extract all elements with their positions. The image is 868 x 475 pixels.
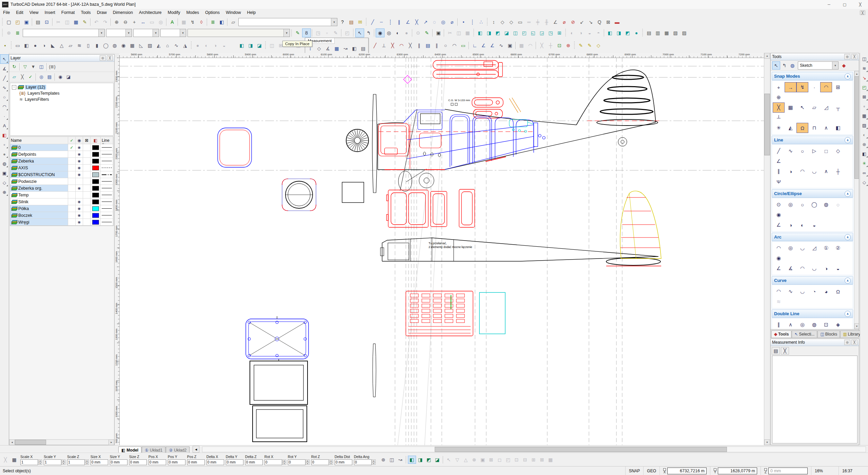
size-y-input[interactable]: 0 mm	[110, 459, 127, 465]
visibility-eye-icon[interactable]: ◉	[76, 171, 83, 178]
arc-triple-point[interactable]: ◠	[796, 263, 808, 273]
group-create[interactable]: ◳	[314, 28, 322, 37]
layer-row[interactable]: Temp	[10, 192, 113, 198]
tool-spline[interactable]: ∿	[0, 83, 9, 92]
layer-window[interactable]: ◫	[37, 63, 45, 71]
tp-select[interactable]: ↖	[772, 61, 780, 70]
lock-cell[interactable]	[83, 144, 91, 151]
active-check[interactable]	[68, 185, 76, 191]
visibility-eye-icon[interactable]	[76, 192, 83, 198]
bool-subtract[interactable]: ◐	[202, 41, 211, 50]
dim-quick[interactable]: Q	[595, 18, 604, 26]
select-tool[interactable]: ↖	[355, 28, 364, 37]
snap-nearest[interactable]: ↯	[796, 82, 808, 92]
column-header[interactable]: Name	[10, 137, 68, 144]
menu-tools[interactable]: Tools	[78, 10, 94, 16]
cut[interactable]: ✂	[54, 18, 63, 26]
spinner[interactable]: ▲▼	[329, 459, 333, 465]
view-left[interactable]: ◫	[511, 28, 520, 37]
mod-tag[interactable]: ▣	[506, 41, 514, 50]
circle-double-point[interactable]: ○	[796, 200, 808, 210]
tool-extrude[interactable]: ◍	[0, 159, 9, 168]
curve-spiral-in[interactable]: ◔	[808, 286, 820, 297]
pyramid-3d[interactable]: △	[57, 41, 66, 50]
layer-row[interactable]: Zeberka org.◉	[10, 185, 113, 192]
mod-corner-trim[interactable]: ╳	[388, 41, 397, 50]
insp-box[interactable]: ◻	[496, 456, 504, 464]
render-settings[interactable]: ●	[632, 28, 641, 37]
snap-vertical-up[interactable]: ┬	[832, 102, 844, 113]
layer-color-swatch[interactable]	[91, 192, 101, 198]
render-hidden-line[interactable]: ◎	[384, 28, 393, 37]
arc-tangent[interactable]: ◿	[808, 243, 820, 253]
polyline-3d[interactable]: ⌂	[163, 41, 172, 50]
line-bisector[interactable]: ∧	[820, 166, 832, 176]
revolve-3d[interactable]: ◯	[101, 41, 110, 50]
layer-row[interactable]: Podwozie	[10, 178, 113, 185]
active-check[interactable]	[68, 178, 76, 185]
menu-window[interactable]: Window	[223, 10, 244, 16]
lock-cell[interactable]	[83, 212, 91, 218]
active-check[interactable]	[68, 219, 76, 225]
menu-modify[interactable]: Modify	[165, 10, 183, 16]
dline-segment[interactable]: ∥	[773, 320, 785, 329]
dline-polygon-center[interactable]: ◎	[796, 320, 808, 329]
render-quality[interactable]: ●	[402, 28, 411, 37]
view-right[interactable]: ◰	[520, 28, 529, 37]
scale-y-input[interactable]: 1	[44, 459, 61, 465]
active-check[interactable]	[68, 212, 76, 218]
rt-material[interactable]: ◐	[860, 130, 868, 139]
arc-fit[interactable]: ◉	[773, 253, 785, 263]
zoom-in[interactable]: ⊕	[112, 18, 121, 26]
mod-offset[interactable]: ∥	[415, 41, 423, 50]
snap-arc-center[interactable]: ◠	[820, 82, 832, 92]
coordinate-x[interactable]: X 6732,7216 m	[659, 467, 710, 475]
tp-eraser[interactable]: ◆	[840, 61, 848, 70]
mod-intersect[interactable]: ╳	[406, 41, 415, 50]
insp-rotate[interactable]: ⊗	[470, 456, 478, 464]
mod-bevel[interactable]: ∠	[488, 41, 497, 50]
facet-edit[interactable]: ◪	[255, 41, 264, 50]
arc-fixed-ratio[interactable]: ◒	[832, 263, 844, 273]
line-style-preview[interactable]	[101, 178, 113, 185]
measure-volume[interactable]: ◧	[350, 44, 359, 53]
facet-add[interactable]: ◧	[237, 41, 246, 50]
snap-tangent[interactable]: ◿	[820, 102, 832, 113]
zoom-selection[interactable]: ⊙	[414, 28, 422, 37]
render-wireframe[interactable]: ◉	[376, 28, 384, 37]
pin-icon[interactable]: ◎	[100, 55, 106, 61]
visibility-eye-icon[interactable]: ◉	[76, 165, 83, 171]
mod-clip[interactable]: ⊡	[555, 41, 564, 50]
layer-properties[interactable]: ▤	[45, 73, 54, 81]
mode-dropdown[interactable]: Sketch ▾	[798, 61, 839, 70]
view-iso-nw[interactable]: ◨	[485, 28, 493, 37]
mod-double[interactable]: ∥	[432, 41, 441, 50]
dim-ordinate[interactable]: ▭	[516, 18, 525, 26]
snap-ortho[interactable]: ✳	[773, 123, 785, 133]
render-draft[interactable]: ◐	[393, 28, 402, 37]
mod-arc-edit[interactable]: ◠	[450, 41, 459, 50]
menu-edit[interactable]: Edit	[13, 10, 26, 16]
snap-bisector[interactable]: ∧	[820, 123, 832, 133]
dline-rotated-rect[interactable]: ◈	[832, 320, 844, 329]
arc-2-1-3[interactable]: ②	[832, 243, 844, 253]
line-style-preview[interactable]	[101, 165, 113, 171]
prism-3d[interactable]: ▯	[84, 41, 93, 50]
layer-select-by[interactable]: ◎	[37, 73, 45, 81]
arc-tangent-point[interactable]: ∡	[785, 263, 796, 273]
tp-globe[interactable]: ◍	[788, 61, 796, 70]
extrude-3d[interactable]: ◍	[110, 41, 119, 50]
view-top[interactable]: ◩	[493, 28, 502, 37]
visibility-eye-icon[interactable]: ◉	[76, 212, 83, 218]
curve-spiral-out[interactable]: ◕	[820, 286, 832, 297]
line-style-preview[interactable]	[101, 219, 113, 225]
insp-delete[interactable]: ⊠	[487, 456, 495, 464]
snap-midpoint[interactable]: ∙	[808, 82, 820, 92]
curve-cloud[interactable]: Ω	[832, 286, 844, 297]
insp-shrink[interactable]: ⊟	[521, 456, 529, 464]
geo-indicator[interactable]: GEO	[643, 467, 659, 475]
mod-explode[interactable]: ▤	[423, 41, 432, 50]
zoom-page[interactable]: ▭	[147, 18, 156, 26]
line-multiline[interactable]: ∿	[785, 146, 796, 156]
delta-y-input[interactable]: 0 mm	[226, 459, 243, 465]
